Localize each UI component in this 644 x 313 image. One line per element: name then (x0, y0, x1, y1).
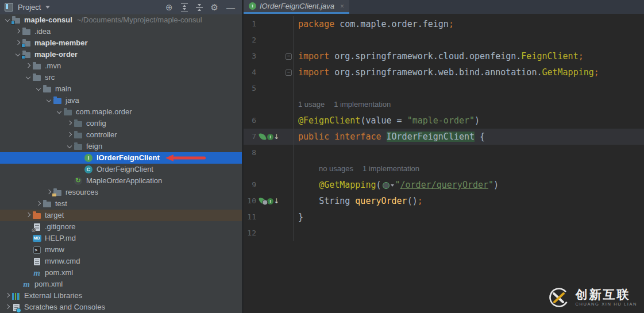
code-line-9[interactable]: 9 @GetMapping("/order/queryOrder") (244, 177, 644, 193)
spring-bean-icon[interactable] (259, 133, 267, 141)
tree-item-mapleorderapplication[interactable]: ↻MapleOrderApplication (0, 175, 242, 187)
tree-item-mvnw-cmd[interactable]: mvnw.cmd (0, 256, 242, 267)
line-number[interactable]: 8 (244, 145, 256, 161)
code-token: " (395, 180, 400, 190)
chevron-closed-icon[interactable] (24, 62, 32, 70)
tree-item-orderfeignclient[interactable]: COrderFeignClient (0, 164, 242, 175)
chevron-open-icon[interactable] (45, 96, 53, 105)
expand-all-icon[interactable] (181, 3, 188, 11)
tree-item-feign[interactable]: feign (0, 141, 242, 152)
usage-hint[interactable]: no usages1 implementation (319, 161, 419, 177)
tree-item-controller[interactable]: controller (0, 129, 242, 141)
tree-item-pom-xml[interactable]: mpom.xml (0, 267, 242, 279)
tree-item-java[interactable]: java (0, 95, 242, 106)
code-token: public interface (298, 132, 387, 142)
tree-item-target[interactable]: target (0, 210, 242, 221)
hide-panel-icon[interactable]: — (226, 3, 235, 11)
fold-area: − (284, 69, 293, 76)
line-number[interactable]: 11 (244, 209, 256, 225)
chevron-closed-icon[interactable] (14, 39, 22, 47)
tree-item-external-libraries[interactable]: External Libraries (0, 290, 242, 302)
code-text: String queryOrder(); (294, 193, 423, 209)
tree-item-test[interactable]: test (0, 198, 242, 210)
spring-mapping-icon[interactable] (259, 197, 267, 205)
gutter: 12 (244, 225, 294, 241)
tree-item-pom-xml[interactable]: mpom.xml (0, 279, 242, 290)
code-area[interactable]: 1package com.maple.order.feign;23−import… (244, 14, 644, 241)
line-number[interactable]: 4 (244, 64, 256, 80)
implemented-marker-icon[interactable]: I↓ (267, 133, 279, 140)
code-line-4[interactable]: 4−import org.springframework.web.bind.an… (244, 64, 644, 80)
code-line-1[interactable]: 1package com.maple.order.feign; (244, 16, 644, 32)
chevron-open-icon[interactable] (24, 74, 32, 82)
chevron-closed-icon[interactable] (3, 303, 11, 311)
gutter: 4− (244, 64, 294, 80)
code-line-hint[interactable]: 1 usage1 implementation (244, 96, 644, 113)
code-line-3[interactable]: 3−import org.springframework.cloud.openf… (244, 48, 644, 64)
tree-item-mvn[interactable]: .mvn (0, 60, 242, 72)
tree-item-scratches-and-consoles[interactable]: Scratches and Consoles (0, 302, 242, 313)
code-line-11[interactable]: 11} (244, 209, 644, 225)
tree-item-resources[interactable]: resources (0, 187, 242, 198)
line-number[interactable]: 2 (244, 32, 256, 48)
gear-icon[interactable]: ⚙ (211, 3, 218, 11)
usage-hint[interactable]: 1 usage1 implementation (298, 96, 391, 113)
code-line-hint[interactable]: no usages1 implementation (244, 161, 644, 177)
tree-item-com-maple-order[interactable]: com.maple.order (0, 106, 242, 118)
chevron-open-icon[interactable] (65, 142, 74, 150)
tree-item-config[interactable]: config (0, 118, 242, 129)
line-number[interactable]: 3 (244, 48, 256, 64)
line-number[interactable]: 12 (244, 225, 256, 241)
line-number[interactable]: 1 (244, 16, 256, 32)
chevron-closed-icon[interactable] (65, 119, 74, 127)
code-text: @FeignClient(value = "maple-order") (294, 113, 480, 129)
code-line-10[interactable]: 10I↓ String queryOrder(); (244, 193, 644, 209)
chevron-closed-icon[interactable] (24, 211, 32, 219)
chevron-open-icon[interactable] (34, 85, 43, 93)
code-line-7[interactable]: 7I↓public interface IOrderFeignClient { (244, 129, 644, 145)
line-number[interactable]: 7 (244, 129, 256, 145)
line-number[interactable]: 10 (244, 193, 256, 209)
close-icon[interactable]: × (340, 2, 344, 10)
tree-item-mvnw[interactable]: >mvnw (0, 244, 242, 256)
line-number[interactable]: 5 (244, 80, 256, 96)
chevron-closed-icon[interactable] (34, 200, 43, 208)
fold-marker-icon[interactable]: − (286, 53, 292, 60)
tab-iorderfeignclient[interactable]: I IOrderFeignClient.java × (244, 0, 349, 14)
collapse-all-icon[interactable] (196, 4, 203, 11)
chevron-spacer (24, 223, 32, 231)
line-number[interactable]: 9 (244, 177, 256, 193)
tree-item-iorderfeignclient[interactable]: IIOrderFeignClient (0, 152, 242, 164)
code-line-2[interactable]: 2 (244, 32, 644, 48)
chevron-open-icon[interactable] (3, 16, 11, 24)
code-line-12[interactable]: 12 (244, 225, 644, 241)
code-text (294, 225, 298, 241)
implemented-marker-icon[interactable]: I↓ (267, 198, 279, 204)
tree-item-gitignore[interactable]: .gitignore (0, 221, 242, 233)
code-line-5[interactable]: 5 (244, 80, 644, 96)
maven-icon: m (32, 268, 41, 277)
code-line-6[interactable]: 6@FeignClient(value = "maple-order") (244, 113, 644, 129)
fold-marker-icon[interactable]: − (286, 69, 292, 76)
chevron-open-icon[interactable] (14, 51, 22, 59)
chevron-closed-icon[interactable] (3, 292, 11, 300)
tree-item-maple-order[interactable]: maple-order (0, 49, 242, 60)
chevron-down-icon[interactable] (45, 6, 50, 9)
tree-item-maple-consul[interactable]: maple-consul~/Documents/Myproject/maple-… (0, 14, 242, 26)
chevron-closed-icon[interactable] (65, 131, 74, 139)
code-token (298, 180, 319, 190)
tree-item-help-md[interactable]: MDHELP.md (0, 233, 242, 244)
chevron-closed-icon[interactable] (14, 28, 22, 36)
tree-item-maple-member[interactable]: maple-member (0, 37, 242, 49)
tree-item-main[interactable]: main (0, 83, 242, 95)
chevron-spacer (76, 165, 84, 173)
url-inlay-icon[interactable] (383, 182, 394, 189)
code-line-8[interactable]: 8 (244, 145, 644, 161)
tree-item-idea[interactable]: .idea (0, 26, 242, 37)
locate-icon[interactable]: ⊕ (165, 3, 173, 11)
tree-item-src[interactable]: src (0, 72, 242, 83)
chevron-open-icon[interactable] (55, 108, 63, 116)
line-number[interactable]: 6 (244, 113, 256, 129)
panel-title[interactable]: Project (18, 3, 41, 11)
chevron-closed-icon[interactable] (45, 188, 53, 196)
